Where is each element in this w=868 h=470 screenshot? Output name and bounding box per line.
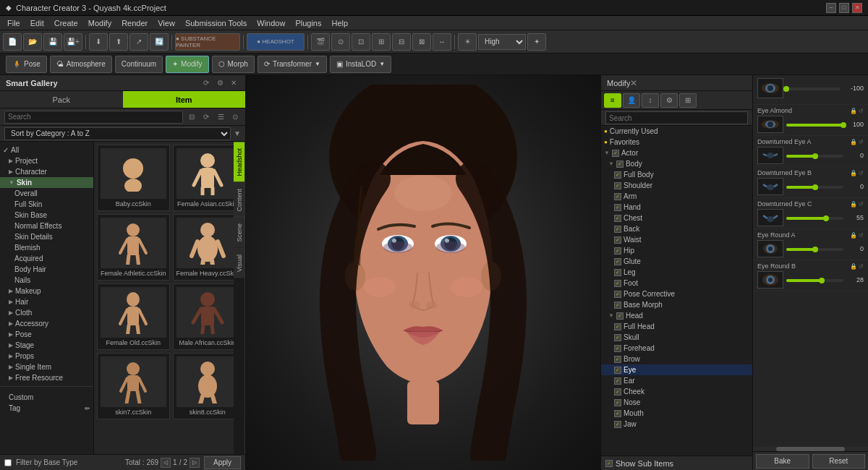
head-checkbox[interactable]: ✓ xyxy=(616,312,624,320)
filter-base-type-checkbox[interactable] xyxy=(4,459,12,466)
modify-item-forehead[interactable]: ✓ Forehead xyxy=(601,343,752,354)
eye-round-a-handle[interactable] xyxy=(812,247,818,252)
modify-item-arm[interactable]: ✓ Arm xyxy=(601,191,752,202)
modify-item-head[interactable]: ▼ ✓ Head xyxy=(601,310,752,321)
grid-item-skin8[interactable]: skin8.ccSkin xyxy=(173,353,234,419)
tree-item-acquired[interactable]: Acquired xyxy=(0,253,93,264)
tree-item-overall[interactable]: Overall xyxy=(0,188,93,199)
modify-item-fullhead[interactable]: ✓ Full Head xyxy=(601,321,752,332)
back-checkbox[interactable]: ✓ xyxy=(614,226,621,233)
tree-item-character[interactable]: ▶ Character xyxy=(0,166,93,177)
hip-checkbox[interactable]: ✓ xyxy=(614,247,621,255)
side-tab-visual[interactable]: Visual xyxy=(234,248,244,278)
eye-round-a-lock-icon[interactable]: 🔒 xyxy=(850,232,857,239)
tree-item-blemish[interactable]: Blemish xyxy=(0,242,93,253)
modify-item-body[interactable]: ▼ ✓ Body xyxy=(601,158,752,169)
continuum-button[interactable]: Continuum xyxy=(115,56,163,73)
modify-item-back[interactable]: ✓ Back xyxy=(601,223,752,234)
toolbar-sun[interactable]: ✦ xyxy=(527,33,546,51)
tree-item-pose[interactable]: ▶ Pose xyxy=(0,329,93,340)
downturned-c-handle[interactable] xyxy=(823,215,829,221)
tree-item-normaleffects[interactable]: Normal Effects xyxy=(0,221,93,231)
toolbar-export2[interactable]: ↗ xyxy=(129,33,148,51)
modify-item-waist[interactable]: ✓ Waist xyxy=(601,234,752,245)
gallery-settings-btn[interactable]: ⚙ xyxy=(214,77,226,89)
eye-checkbox[interactable]: ✓ xyxy=(614,367,621,374)
modify-tab-settings[interactable]: ⚙ xyxy=(660,93,678,108)
downturned-a-reset-icon[interactable]: ↺ xyxy=(859,139,864,145)
quality-dropdown[interactable]: High Medium Low xyxy=(478,34,526,50)
toolbar-export[interactable]: ⬆ xyxy=(109,33,128,51)
modify-item-shoulder[interactable]: ✓ Shoulder xyxy=(601,180,752,191)
modify-tab-sliders[interactable]: ≡ xyxy=(604,93,621,108)
downturned-b-lock-icon[interactable]: 🔒 xyxy=(850,170,857,176)
grid-item-female-heavy[interactable]: Female Heavy.ccSkin xyxy=(173,214,234,281)
modify-item-hand[interactable]: ✓ Hand xyxy=(601,202,752,213)
maximize-button[interactable]: □ xyxy=(839,3,849,13)
tree-item-bodyhair[interactable]: Body Hair xyxy=(0,264,93,275)
eye-round-b-reset-icon[interactable]: ↺ xyxy=(859,263,864,270)
body-checkbox[interactable]: ✓ xyxy=(616,161,624,168)
modify-item-pose-corrective[interactable]: ✓ Pose Corrective xyxy=(601,289,752,299)
tree-item-skinbase[interactable]: Skin Base xyxy=(0,210,93,221)
menu-file[interactable]: File xyxy=(3,17,25,29)
toolbar-export3[interactable]: 🔄 xyxy=(150,33,169,51)
tree-item-singleitem[interactable]: ▶ Single Item xyxy=(0,362,93,372)
downturned-b-reset-icon[interactable]: ↺ xyxy=(859,170,864,176)
tree-item-custom[interactable]: Custom xyxy=(0,392,93,403)
tree-item-tag[interactable]: Tag ✏ xyxy=(0,403,93,414)
modify-item-ear[interactable]: ✓ Ear xyxy=(601,375,752,386)
shoulder-checkbox[interactable]: ✓ xyxy=(614,182,621,189)
tree-item-fullskin[interactable]: Full Skin xyxy=(0,199,93,210)
sort-dropdown[interactable]: Sort by Category : A to Z xyxy=(4,127,231,140)
menu-help[interactable]: Help xyxy=(327,17,352,29)
grid-item-male-african[interactable]: Male African.ccSkin xyxy=(173,283,234,350)
modify-item-base-morph[interactable]: ✓ Base Morph xyxy=(601,299,752,310)
gallery-refresh-btn[interactable]: ⟳ xyxy=(200,77,212,89)
toolbar-cam7[interactable]: ↔ xyxy=(433,33,451,51)
toolbar-substance[interactable]: ● SUBSTANCE PAINTER xyxy=(175,33,240,51)
modify-item-actor[interactable]: ▼ ✓ Actor xyxy=(601,148,752,158)
toolbar-cam4[interactable]: ⊞ xyxy=(372,33,391,51)
tab-pack[interactable]: Pack xyxy=(0,91,123,108)
modify-search-input[interactable] xyxy=(605,111,748,124)
jaw-checkbox[interactable]: ✓ xyxy=(614,421,621,428)
waist-checkbox[interactable]: ✓ xyxy=(614,236,621,244)
bake-button[interactable]: Bake xyxy=(756,454,809,469)
toolbar-save[interactable]: 💾 xyxy=(43,33,62,51)
transformer-button[interactable]: ⟳ Transformer ▼ xyxy=(258,56,327,73)
grid-item-female-asian[interactable]: Female Asian.ccSkin xyxy=(173,145,234,211)
tree-item-project[interactable]: ▶ Project xyxy=(0,155,93,166)
base-morph-checkbox[interactable]: ✓ xyxy=(614,302,621,309)
toolbar-cam2[interactable]: ⊙ xyxy=(331,33,350,51)
tree-item-props[interactable]: ▶ Props xyxy=(0,351,93,362)
menu-render[interactable]: Render xyxy=(117,17,152,29)
menu-modify[interactable]: Modify xyxy=(84,17,116,29)
side-tab-scene[interactable]: Scene xyxy=(234,217,244,248)
instalod-button[interactable]: ▣ InstaLOD ▼ xyxy=(330,56,391,73)
modify-item-currently-used[interactable]: ● Currently Used xyxy=(601,126,752,137)
tree-item-cloth[interactable]: ▶ Cloth xyxy=(0,307,93,318)
prev-page-btn[interactable]: ◁ xyxy=(161,458,171,468)
modify-item-jaw[interactable]: ✓ Jaw xyxy=(601,419,752,430)
actor-checkbox[interactable]: ✓ xyxy=(612,150,619,157)
toolbar-cam3[interactable]: ⊡ xyxy=(352,33,370,51)
menu-plugins[interactable]: Plugins xyxy=(291,17,326,29)
fullhead-checkbox[interactable]: ✓ xyxy=(614,323,621,330)
search-refresh-btn[interactable]: ⟳ xyxy=(200,111,212,123)
tree-item-makeup[interactable]: ▶ Makeup xyxy=(0,286,93,296)
viewport[interactable] xyxy=(246,75,600,470)
toolbar-cam1[interactable]: 🎬 xyxy=(311,33,330,51)
nose-checkbox[interactable]: ✓ xyxy=(614,399,621,406)
grid-item-female-old[interactable]: Female Old.ccSkin xyxy=(97,283,170,350)
close-button[interactable]: ✕ xyxy=(852,3,862,13)
menu-submission-tools[interactable]: Submission Tools xyxy=(181,17,251,29)
downturned-b-handle[interactable] xyxy=(812,184,818,190)
pose-corrective-checkbox[interactable]: ✓ xyxy=(614,291,621,298)
side-tab-headshot[interactable]: Headshot xyxy=(234,142,244,182)
modify-item-nose[interactable]: ✓ Nose xyxy=(601,397,752,408)
skull-checkbox[interactable]: ✓ xyxy=(614,334,621,341)
modify-close-btn[interactable]: ✕ xyxy=(630,78,637,88)
search-options-btn[interactable]: ☰ xyxy=(215,111,226,123)
show-sub-items-checkbox[interactable]: ✓ xyxy=(605,460,613,467)
